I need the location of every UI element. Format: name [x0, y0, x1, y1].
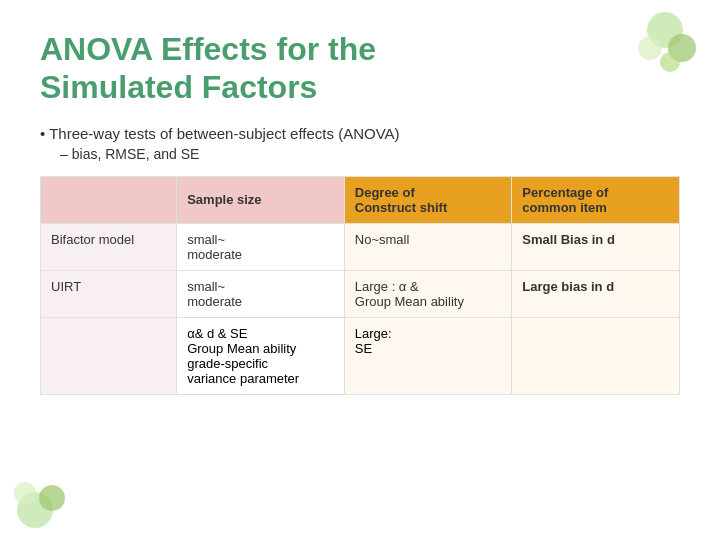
table-row: α& d & SEGroup Mean abilitygrade-specifi…: [41, 317, 680, 394]
row1-col1: small~moderate: [177, 223, 345, 270]
row2-col0: UIRT: [41, 270, 177, 317]
row2-col1: small~moderate: [177, 270, 345, 317]
svg-point-6: [14, 482, 36, 504]
row3-col1: α& d & SEGroup Mean abilitygrade-specifi…: [177, 317, 345, 394]
col-header-degree: Degree ofConstruct shift: [344, 176, 512, 223]
col-header-sample: Sample size: [177, 176, 345, 223]
bullet-main: • Three-way tests of between-subject eff…: [40, 125, 680, 142]
table-wrapper: Sample size Degree ofConstruct shift Per…: [40, 176, 680, 395]
col-header-empty: [41, 176, 177, 223]
row2-col2: Large : α &Group Mean ability: [344, 270, 512, 317]
bullet-sub: –bias, RMSE, and SE: [60, 146, 680, 162]
row3-col3: [512, 317, 680, 394]
table-row: UIRT small~moderate Large : α &Group Mea…: [41, 270, 680, 317]
svg-point-2: [638, 36, 662, 60]
row1-col0: Bifactor model: [41, 223, 177, 270]
bullet-section: • Three-way tests of between-subject eff…: [40, 125, 680, 162]
row3-col2: Large:SE: [344, 317, 512, 394]
deco-circles-top-right: [610, 10, 700, 90]
row2-col3: Large bias in d: [512, 270, 680, 317]
deco-circles-bottom-left: [10, 460, 90, 530]
svg-point-5: [39, 485, 65, 511]
svg-point-3: [660, 52, 680, 72]
table-row: Bifactor model small~moderate No~small S…: [41, 223, 680, 270]
row3-col0: [41, 317, 177, 394]
col-header-percentage: Percentage ofcommon item: [512, 176, 680, 223]
anova-table: Sample size Degree ofConstruct shift Per…: [40, 176, 680, 395]
page-title: ANOVA Effects for the Simulated Factors: [40, 30, 680, 107]
page-container: ANOVA Effects for the Simulated Factors …: [0, 0, 720, 540]
row1-col3: Small Bias in d: [512, 223, 680, 270]
row1-col2: No~small: [344, 223, 512, 270]
